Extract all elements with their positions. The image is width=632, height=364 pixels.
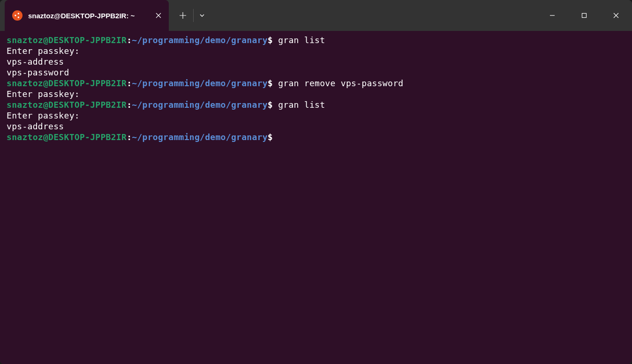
tab-dropdown-button[interactable] — [194, 0, 211, 31]
new-tab-button[interactable] — [173, 0, 193, 31]
command-text: gran list — [273, 35, 325, 45]
output-text: vps-address — [7, 121, 64, 131]
prompt-colon: : — [127, 35, 132, 45]
prompt-path: ~/programming/demo/granary — [132, 78, 268, 88]
output-text: vps-password — [7, 67, 69, 77]
window-controls — [536, 0, 632, 31]
output-text: Enter passkey: — [7, 46, 80, 56]
terminal-line: vps-password — [7, 67, 625, 78]
prompt-user-host: snaztoz@DESKTOP-JPPB2IR — [7, 78, 127, 88]
minimize-button[interactable] — [536, 0, 568, 31]
prompt-path: ~/programming/demo/granary — [132, 35, 268, 45]
terminal-line: vps-address — [7, 121, 625, 132]
prompt-colon: : — [127, 100, 132, 110]
terminal-line: Enter passkey: — [7, 110, 625, 121]
terminal-line: Enter passkey: — [7, 45, 625, 56]
titlebar: snaztoz@DESKTOP-JPPB2IR: ~ — [0, 0, 632, 31]
command-text: gran remove vps-password — [273, 78, 403, 88]
tab-actions — [169, 0, 211, 31]
prompt-user-host: snaztoz@DESKTOP-JPPB2IR — [7, 132, 127, 142]
terminal-line: snaztoz@DESKTOP-JPPB2IR:~/programming/de… — [7, 132, 625, 142]
svg-point-2 — [18, 16, 20, 18]
prompt-colon: : — [127, 78, 132, 88]
prompt-colon: : — [127, 132, 132, 142]
output-text: vps-address — [7, 57, 64, 67]
terminal-line: snaztoz@DESKTOP-JPPB2IR:~/programming/de… — [7, 35, 625, 45]
terminal-line: vps-address — [7, 56, 625, 67]
prompt-path: ~/programming/demo/granary — [132, 100, 268, 110]
tab-active[interactable]: snaztoz@DESKTOP-JPPB2IR: ~ — [5, 0, 169, 31]
maximize-button[interactable] — [568, 0, 600, 31]
prompt-dollar: $ — [268, 100, 273, 110]
command-text: gran list — [273, 100, 325, 110]
close-button[interactable] — [600, 0, 632, 31]
terminal-line: snaztoz@DESKTOP-JPPB2IR:~/programming/de… — [7, 78, 625, 89]
prompt-dollar: $ — [268, 132, 273, 142]
prompt-dollar: $ — [268, 78, 273, 88]
terminal-content[interactable]: snaztoz@DESKTOP-JPPB2IR:~/programming/de… — [0, 31, 632, 364]
svg-rect-3 — [582, 14, 587, 18]
terminal-window: snaztoz@DESKTOP-JPPB2IR: ~ — [0, 0, 632, 364]
tab-title: snaztoz@DESKTOP-JPPB2IR: ~ — [28, 12, 135, 20]
prompt-user-host: snaztoz@DESKTOP-JPPB2IR — [7, 100, 127, 110]
prompt-user-host: snaztoz@DESKTOP-JPPB2IR — [7, 35, 127, 45]
output-text: Enter passkey: — [7, 89, 80, 99]
svg-point-0 — [15, 15, 16, 16]
prompt-path: ~/programming/demo/granary — [132, 132, 268, 142]
tab-close-button[interactable] — [154, 11, 163, 20]
svg-point-1 — [18, 13, 20, 15]
terminal-line: snaztoz@DESKTOP-JPPB2IR:~/programming/de… — [7, 99, 625, 110]
prompt-dollar: $ — [268, 35, 273, 45]
ubuntu-icon — [12, 10, 23, 21]
terminal-line: Enter passkey: — [7, 89, 625, 99]
output-text: Enter passkey: — [7, 111, 80, 120]
